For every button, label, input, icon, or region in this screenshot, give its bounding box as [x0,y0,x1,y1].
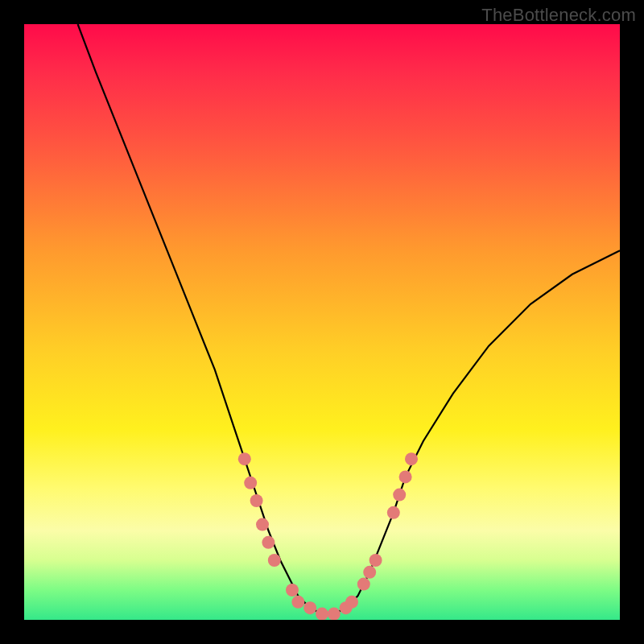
marker-group [238,452,418,620]
data-marker [393,489,406,502]
data-marker [244,477,257,489]
bottleneck-curve [78,24,620,614]
data-marker [328,608,341,620]
data-marker [303,601,316,614]
plot-area [24,24,620,620]
curve-svg [24,24,620,620]
data-marker [345,596,358,609]
data-marker [238,452,251,465]
watermark-text: TheBottleneck.com [481,5,636,26]
data-marker [405,452,418,465]
data-marker [387,506,400,519]
data-marker [286,584,299,597]
data-marker [399,470,412,483]
data-marker [357,578,370,591]
chart-frame: TheBottleneck.com [0,0,644,644]
data-marker [363,566,376,579]
data-marker [268,554,281,567]
data-marker [262,536,275,549]
data-marker [250,494,263,507]
data-marker [316,608,328,620]
data-marker [369,554,382,567]
data-marker [256,518,269,531]
data-marker [291,596,304,609]
